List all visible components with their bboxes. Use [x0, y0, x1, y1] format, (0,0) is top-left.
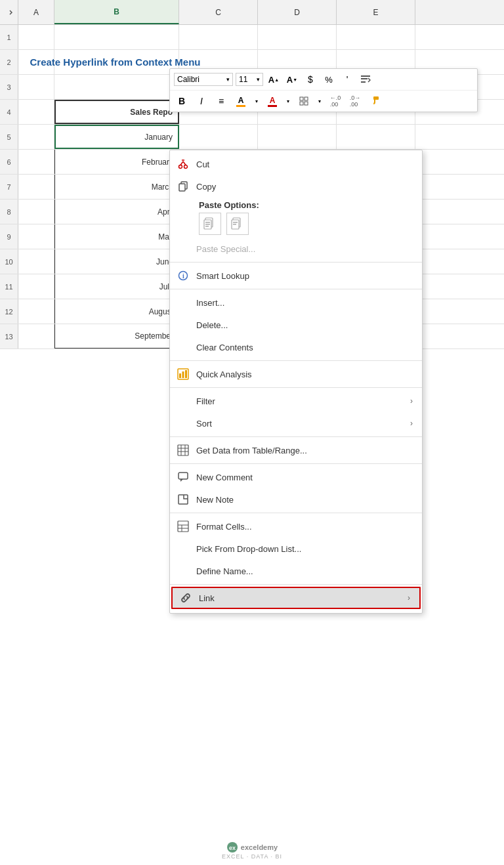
paste-icon-1[interactable] [199, 213, 221, 235]
currency-button[interactable]: $ [303, 72, 318, 87]
menu-item-quick-analysis[interactable]: Quick Analysis [170, 363, 422, 385]
menu-item-define-name[interactable]: Define Name... [170, 560, 422, 582]
svg-rect-18 [205, 224, 210, 225]
cell-b4[interactable]: Sales Repo [54, 100, 179, 124]
font-color-button[interactable]: A [264, 93, 280, 109]
cell-b1[interactable] [54, 25, 179, 49]
cell-a7[interactable] [18, 175, 54, 199]
get-data-icon [177, 444, 190, 456]
cell-b5[interactable]: January [54, 125, 179, 149]
menu-item-format-cells[interactable]: Format Cells... [170, 515, 422, 538]
menu-item-new-comment[interactable]: New Comment [170, 466, 422, 488]
cell-a3[interactable] [18, 75, 54, 99]
menu-item-link[interactable]: Link › [171, 587, 421, 609]
pick-from-list-label: Pick From Drop-down List... [196, 544, 413, 554]
fill-color-button[interactable]: A [233, 93, 249, 109]
menu-item-pick-from-list[interactable]: Pick From Drop-down List... [170, 538, 422, 560]
svg-rect-38 [178, 521, 188, 532]
font-name-dropdown[interactable]: Calibri ▾ [174, 73, 233, 86]
menu-item-delete[interactable]: Delete... [170, 314, 422, 336]
decrease-font-button[interactable]: A▼ [284, 72, 300, 87]
cell-b7[interactable]: March [54, 175, 179, 199]
svg-rect-19 [205, 226, 209, 227]
cell-a12[interactable] [18, 299, 54, 324]
menu-item-new-note[interactable]: New Note [170, 488, 422, 511]
borders-button[interactable] [296, 93, 312, 109]
row-header-10: 10 [0, 249, 18, 274]
cell-e5[interactable] [337, 125, 415, 149]
svg-rect-23 [233, 224, 236, 225]
menu-item-filter[interactable]: Filter › [170, 390, 422, 412]
cell-a13[interactable] [18, 324, 54, 348]
bold-button[interactable]: B [174, 93, 190, 109]
svg-point-9 [184, 165, 188, 169]
italic-button[interactable]: I [194, 93, 209, 109]
cell-b10[interactable]: June [54, 249, 179, 274]
menu-item-clear-contents[interactable]: Clear Contents [170, 336, 422, 358]
cell-a5[interactable] [18, 125, 54, 149]
format-painter-button[interactable] [367, 93, 383, 109]
col-header-e[interactable]: E [337, 0, 415, 24]
increase-font-button[interactable]: A▲ [266, 72, 282, 87]
cell-b6[interactable]: February [54, 150, 179, 174]
menu-item-sort[interactable]: Sort › [170, 412, 422, 434]
align-button[interactable]: ≡ [213, 93, 229, 109]
cell-a8[interactable] [18, 200, 54, 224]
font-size-dropdown[interactable]: 11 ▾ [236, 73, 263, 86]
cell-c1[interactable] [179, 25, 258, 49]
filter-label: Filter [196, 396, 404, 406]
fill-color-arrow[interactable]: ▾ [253, 93, 261, 109]
borders-arrow[interactable]: ▾ [316, 93, 324, 109]
cell-b12[interactable]: August [54, 299, 179, 324]
menu-item-cut[interactable]: Cut [170, 153, 422, 175]
col-header-a[interactable]: A [18, 0, 54, 24]
cell-b3[interactable] [54, 75, 179, 99]
cell-b9[interactable]: May [54, 224, 179, 249]
cell-b2[interactable]: Create Hyperlink from Context Menu [54, 50, 179, 74]
cell-b13[interactable]: September [54, 324, 179, 348]
separator-8 [170, 584, 422, 585]
menu-item-get-data[interactable]: Get Data from Table/Range... [170, 439, 422, 461]
paste-icon-2[interactable] [226, 213, 249, 235]
increase-decimal-button[interactable]: .0→.00 [347, 93, 363, 109]
font-color-arrow[interactable]: ▾ [284, 93, 292, 109]
separator-3 [170, 360, 422, 361]
cell-d5[interactable] [258, 125, 337, 149]
cut-label: Cut [196, 159, 413, 169]
menu-item-insert[interactable]: Insert... [170, 291, 422, 314]
cell-b8[interactable]: April [54, 200, 179, 224]
cell-c5[interactable] [179, 125, 258, 149]
svg-rect-5 [300, 102, 303, 105]
cell-b11[interactable]: July [54, 274, 179, 299]
cell-a6[interactable] [18, 150, 54, 174]
cell-a11[interactable] [18, 274, 54, 299]
cell-a10[interactable] [18, 249, 54, 274]
wrap-text-button[interactable] [358, 72, 373, 87]
decrease-decimal-button[interactable]: ←.0.00 [327, 93, 343, 109]
font-name-arrow: ▾ [226, 76, 230, 83]
cell-a4[interactable] [18, 100, 54, 124]
comma-button[interactable]: ' [339, 72, 355, 87]
menu-item-paste-special[interactable]: Paste Special... [170, 238, 422, 260]
col-header-c[interactable]: C [179, 0, 258, 24]
cell-e1[interactable] [337, 25, 415, 49]
cell-a9[interactable] [18, 224, 54, 249]
cell-a1[interactable] [18, 25, 54, 49]
svg-rect-1 [361, 78, 368, 79]
filter-arrow: › [410, 396, 413, 406]
svg-text:ex: ex [229, 845, 236, 851]
row-header-12: 12 [0, 299, 18, 324]
svg-rect-3 [300, 97, 303, 100]
menu-item-copy[interactable]: Copy [170, 175, 422, 198]
select-all-corner[interactable] [0, 0, 18, 24]
percent-button[interactable]: % [321, 72, 337, 87]
watermark-tagline: EXCEL · DATA · BI [222, 853, 282, 860]
row-header-9: 9 [0, 224, 18, 249]
cell-d1[interactable] [258, 25, 337, 49]
menu-item-smart-lookup[interactable]: i Smart Lookup [170, 264, 422, 287]
svg-rect-29 [185, 370, 187, 378]
col-header-d[interactable]: D [258, 0, 337, 24]
col-header-b[interactable]: B [54, 0, 179, 24]
watermark-brand: exceldemy [241, 843, 278, 851]
cut-icon [177, 159, 190, 169]
